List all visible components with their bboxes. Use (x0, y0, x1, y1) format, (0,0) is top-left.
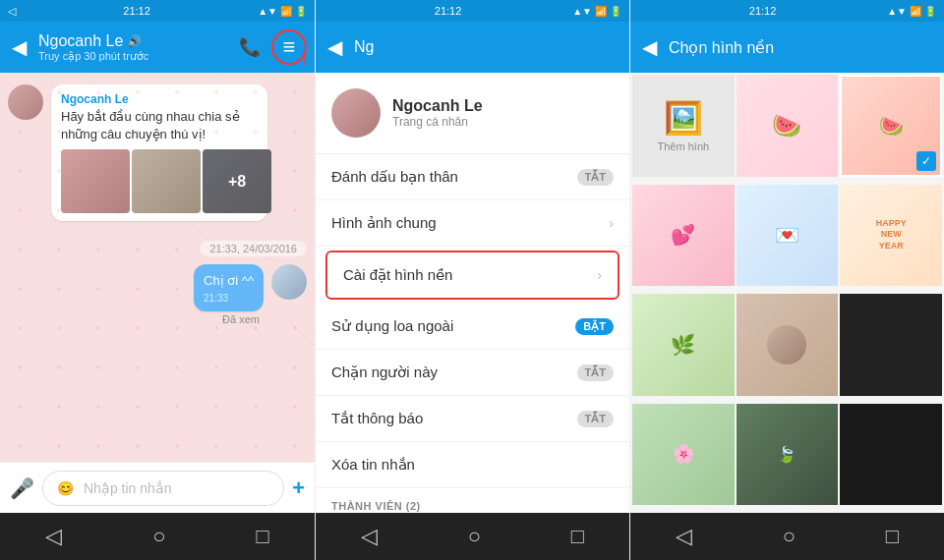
menu-list: Đánh dấu bạn thân TẮT Hình ảnh chung › C… (316, 154, 629, 513)
best-friend-label: Đánh dấu bạn thân (331, 168, 458, 186)
speaker-label: Sử dụng loa ngoài (331, 317, 453, 335)
photo-3[interactable]: +8 (203, 149, 271, 213)
wp-5-inner: HAPPYNEWYEAR (840, 185, 942, 287)
wp-7-inner (737, 294, 839, 396)
status-left: ◁ (8, 5, 16, 18)
add-photo-inner: 🖼️ Thêm hình (632, 75, 735, 177)
input-placeholder: Nhập tin nhắn (84, 480, 172, 496)
status-icons-3: ▲▼ 📶 🔋 (887, 6, 936, 17)
wp-9-deco: 🌸 (673, 443, 694, 465)
menu-item-wallpaper-wrapper: Cài đặt hình nền › (325, 251, 620, 300)
battery-icon-3: 🔋 (924, 6, 936, 17)
wallpaper-5[interactable]: HAPPYNEWYEAR (840, 185, 942, 287)
nav-recent-2[interactable]: □ (571, 524, 584, 549)
wallpaper-label: Cài đặt hình nền (343, 266, 452, 284)
emoji-icon[interactable]: 😊 (57, 480, 74, 496)
nav-home-3[interactable]: ○ (783, 524, 796, 549)
mute-toggle[interactable]: TẮT (577, 411, 614, 427)
best-friend-toggle[interactable]: TẮT (577, 169, 614, 186)
message-bubble-incoming: Ngocanh Le Hãy bắt đầu cùng nhau chia sẻ… (51, 84, 267, 221)
nav-recent-3[interactable]: □ (886, 524, 899, 549)
message-text-incoming: Hãy bắt đầu cùng nhau chia sẻ những câu … (61, 108, 258, 143)
nav-back-2[interactable]: ◁ (361, 524, 378, 549)
message-timestamp: 21:33, 24/03/2016 (200, 241, 307, 256)
add-photo-icon: 🖼️ (664, 99, 703, 137)
contact-menu-panel: 21:12 ▲▼ 📶 🔋 ◀ Ng Ngocanh Le Trang cá nh… (315, 0, 629, 560)
seen-label: Đã xem (194, 313, 264, 325)
wp-10-inner: 🍃 (737, 404, 839, 506)
wallpaper-6[interactable]: 🌿 (632, 294, 735, 396)
wallpaper-7[interactable] (737, 294, 839, 396)
block-toggle[interactable]: TẮT (577, 364, 614, 381)
menu-item-delete[interactable]: Xóa tin nhắn (316, 442, 629, 488)
shared-photos-chevron: › (609, 215, 614, 231)
more-photos-overlay: +8 (203, 149, 271, 213)
wifi-icon-2: 📶 (595, 6, 607, 17)
block-label: Chặn người này (331, 364, 438, 381)
outgoing-time: 21:33 (204, 293, 254, 304)
wallpaper-8[interactable] (840, 294, 942, 396)
call-button[interactable]: 📞 (232, 29, 267, 65)
app-bar-3: ◀ Chọn hình nền (630, 22, 944, 73)
wp-4-deco: 💌 (775, 223, 799, 247)
nav-bar-3: ◁ ○ □ (630, 513, 944, 560)
photo-2[interactable] (132, 149, 201, 213)
nav-recent-1[interactable]: □ (257, 524, 269, 549)
add-photo-label: Thêm hình (658, 140, 710, 152)
nav-back-3[interactable]: ◁ (676, 524, 692, 549)
wp-3-inner: 💕 (632, 185, 735, 287)
wallpaper-title: Chọn hình nền (669, 38, 936, 57)
nav-bar-1: ◁ ○ □ (0, 513, 315, 560)
nav-back-1[interactable]: ◁ (45, 524, 62, 549)
back-button-3[interactable]: ◀ (638, 31, 661, 63)
back-button-1[interactable]: ◀ (8, 31, 30, 63)
speaker-icon: 🔊 (127, 34, 142, 48)
wallpaper-2[interactable]: 🍉 ✓ (840, 75, 942, 177)
outgoing-text: Chị ơi ^^ (204, 272, 254, 290)
wallpaper-11[interactable] (840, 404, 942, 506)
menu-item-speaker[interactable]: Sử dụng loa ngoài BẬT (316, 304, 629, 350)
menu-item-block[interactable]: Chặn người này TẮT (316, 350, 629, 396)
menu-item-best-friend[interactable]: Đánh dấu bạn thân TẮT (316, 154, 629, 200)
profile-avatar (331, 88, 381, 138)
menu-item-mute[interactable]: Tắt thông báo TẮT (316, 396, 629, 442)
wp-9-inner: 🌸 (632, 404, 735, 506)
add-photo-cell[interactable]: 🖼️ Thêm hình (632, 75, 735, 177)
wp-10-deco: 🍃 (777, 445, 796, 464)
wallpaper-1[interactable]: 🍉 (737, 75, 839, 177)
wp-4-inner: 💌 (737, 185, 839, 287)
nav-home-2[interactable]: ○ (468, 524, 481, 549)
chat-area[interactable]: Ngocanh Le Hãy bắt đầu cùng nhau chia sẻ… (0, 73, 315, 462)
back-button-2[interactable]: ◀ (324, 31, 346, 63)
profile-info: Ngocanh Le Trang cá nhân (392, 97, 483, 129)
status-time-3: 21:12 (749, 5, 777, 17)
nav-bar-2: ◁ ○ □ (316, 513, 629, 560)
signal-icon-2: ▲▼ (572, 6, 592, 17)
speaker-toggle[interactable]: BẬT (575, 318, 614, 335)
profile-name: Ngocanh Le (392, 97, 483, 115)
menu-item-shared-photos[interactable]: Hình ảnh chung › (316, 200, 629, 247)
wallpaper-9[interactable]: 🌸 (632, 404, 735, 506)
signal-icon-3: ▲▼ (887, 6, 907, 17)
status-bar-1: ◁ 21:12 ▲▼ 📶 🔋 (0, 0, 315, 22)
add-attachment-button[interactable]: + (292, 476, 305, 501)
wallpaper-3[interactable]: 💕 (632, 185, 735, 287)
menu-title-text: Ng (354, 38, 621, 56)
photo-1[interactable] (61, 149, 130, 213)
message-input-field[interactable]: 😊 Nhập tin nhắn (42, 471, 284, 506)
contact-name: Ngocanh Le 🔊 (38, 32, 224, 50)
menu-button[interactable]: ≡ (271, 29, 307, 65)
nav-home-1[interactable]: ○ (152, 524, 165, 549)
app-bar-2: ◀ Ng (316, 22, 629, 73)
wp-2-deco: 🍉 (879, 114, 904, 138)
battery-icon: 🔋 (295, 6, 307, 17)
wallpaper-4[interactable]: 💌 (737, 185, 839, 287)
menu-title-section: Ng (354, 38, 621, 56)
status-icons-2: ▲▼ 📶 🔋 (572, 6, 621, 17)
mic-icon[interactable]: 🎤 (10, 476, 34, 500)
menu-item-wallpaper[interactable]: Cài đặt hình nền › (327, 252, 618, 298)
wp-1-deco: 🍉 (772, 112, 801, 140)
wp-6-inner: 🌿 (632, 294, 735, 396)
profile-subtitle: Trang cá nhân (392, 115, 483, 129)
wallpaper-10[interactable]: 🍃 (737, 404, 839, 506)
